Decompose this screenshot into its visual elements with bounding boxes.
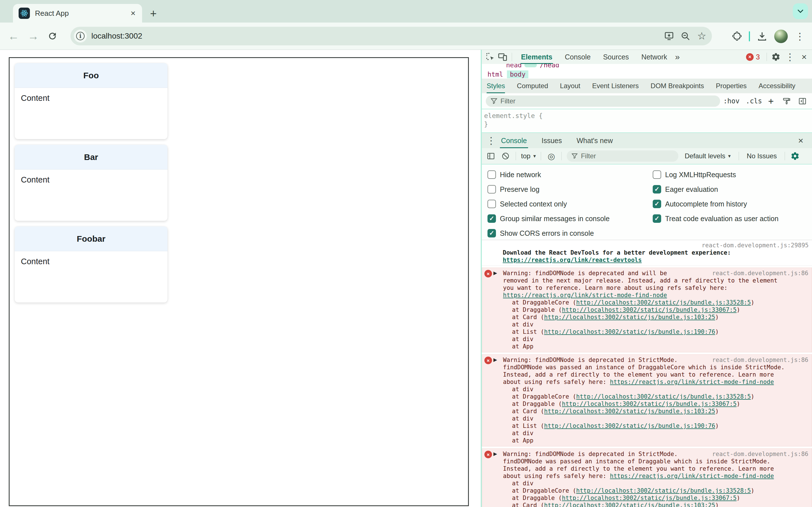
console-warning-message[interactable]: ×▶react-dom.development.js:86Warning: fi…: [482, 448, 812, 507]
address-bar[interactable]: i localhost:3002 ☆: [70, 27, 712, 45]
browser-tab[interactable]: React App ×: [13, 4, 142, 22]
subtab-accessibility[interactable]: Accessibility: [758, 78, 795, 93]
console-setting[interactable]: Preserve log: [488, 182, 539, 196]
rendering-emulation-button[interactable]: [780, 95, 793, 107]
bookmark-star-button[interactable]: ☆: [696, 30, 708, 42]
checkbox-checked-icon[interactable]: ✓: [488, 229, 496, 237]
console-setting[interactable]: Selected context only: [488, 196, 567, 211]
reload-button[interactable]: [45, 29, 60, 43]
drawer-tab-what-s-new[interactable]: What's new: [575, 133, 614, 148]
toggle-class[interactable]: .cls: [746, 97, 762, 105]
console-setting[interactable]: ✓Group similar messages in console: [488, 211, 610, 226]
tab-network[interactable]: Network: [641, 50, 668, 64]
card-header[interactable]: Foobar: [15, 226, 167, 251]
checkbox-unchecked-icon[interactable]: [488, 170, 496, 179]
extensions-button[interactable]: [730, 30, 743, 43]
more-tabs-button[interactable]: »: [675, 52, 680, 62]
new-style-rule-button[interactable]: +: [768, 96, 774, 107]
subtab-properties[interactable]: Properties: [716, 78, 747, 93]
expand-triangle-icon[interactable]: ▶: [493, 356, 497, 363]
card-header[interactable]: Bar: [15, 145, 167, 170]
console-link[interactable]: http://localhost:3002/static/js/bundle.j…: [576, 299, 751, 306]
checkbox-checked-icon[interactable]: ✓: [653, 185, 661, 193]
tab-sources[interactable]: Sources: [603, 50, 629, 64]
card[interactable]: BarContent: [15, 145, 167, 221]
console-link[interactable]: http://localhost:3002/static/js/bundle.j…: [562, 306, 737, 313]
tab-elements[interactable]: Elements: [520, 50, 553, 64]
log-levels-selector[interactable]: Default levels▾: [684, 152, 730, 160]
forward-button[interactable]: →: [26, 29, 41, 43]
console-setting[interactable]: ✓Autocomplete from history: [653, 196, 747, 211]
devtools-close-button[interactable]: ×: [798, 51, 810, 63]
console-link[interactable]: http://localhost:3002/static/js/bundle.j…: [576, 393, 751, 400]
checkbox-unchecked-icon[interactable]: [653, 170, 661, 179]
console-filter-field[interactable]: [567, 151, 678, 162]
subtab-event-listeners[interactable]: Event Listeners: [592, 78, 639, 93]
checkbox-checked-icon[interactable]: ✓: [653, 214, 661, 223]
console-link[interactable]: http://localhost:3002/static/js/bundle.j…: [544, 422, 715, 429]
clear-console-button[interactable]: [499, 150, 512, 162]
console-setting[interactable]: ✓Show CORS errors in console: [488, 226, 594, 240]
subtab-computed[interactable]: Computed: [517, 78, 548, 93]
drawer-menu-button[interactable]: ⋮: [486, 135, 496, 146]
show-computed-sidebar-button[interactable]: [796, 95, 809, 107]
device-toolbar-button[interactable]: [497, 51, 509, 63]
devtools-settings-button[interactable]: [770, 51, 782, 63]
subtab-styles[interactable]: Styles: [487, 78, 505, 93]
source-location-link[interactable]: react-dom.development.js:86: [712, 356, 808, 363]
checkbox-unchecked-icon[interactable]: [488, 185, 496, 193]
tab-console[interactable]: Console: [564, 50, 591, 64]
drawer-tab-console[interactable]: Console: [500, 133, 528, 148]
subtab-layout[interactable]: Layout: [560, 78, 580, 93]
show-console-sidebar-button[interactable]: [485, 150, 497, 162]
console-setting[interactable]: Log XMLHttpRequests: [653, 167, 736, 182]
execution-context-selector[interactable]: top▾: [521, 152, 536, 160]
styles-filter-input[interactable]: [500, 97, 665, 105]
console-filter-input[interactable]: [581, 152, 659, 160]
browser-menu-button[interactable]: ⋮: [794, 30, 806, 43]
console-warning-message[interactable]: ×▶react-dom.development.js:86Warning: fi…: [482, 268, 812, 352]
breadcrumb-body[interactable]: body: [507, 70, 528, 78]
console-link[interactable]: http://localhost:3002/static/js/bundle.j…: [544, 502, 715, 507]
console-setting[interactable]: Hide network: [488, 167, 541, 182]
back-button[interactable]: ←: [6, 29, 21, 43]
source-location-link[interactable]: react-dom.development.js:29895: [702, 242, 809, 249]
checkbox-checked-icon[interactable]: ✓: [653, 200, 661, 208]
devtools-menu-button[interactable]: ⋮: [784, 51, 796, 63]
console-warning-message[interactable]: ×▶react-dom.development.js:86Warning: fi…: [482, 354, 812, 446]
card-header[interactable]: Foo: [15, 63, 167, 88]
site-info-button[interactable]: i: [74, 30, 87, 43]
element-style-rule[interactable]: element.style {: [484, 112, 812, 120]
console-link[interactable]: https://reactjs.org/link/strict-mode-fin…: [610, 473, 774, 480]
drawer-close-button[interactable]: ×: [795, 134, 807, 147]
console-link[interactable]: http://localhost:3002/static/js/bundle.j…: [576, 487, 751, 494]
install-app-button[interactable]: [663, 30, 675, 42]
toggle-hover-state[interactable]: :hov: [723, 97, 740, 105]
inspect-element-button[interactable]: [484, 51, 497, 63]
error-count-badge[interactable]: × 3: [746, 53, 760, 61]
tab-close-icon[interactable]: ×: [128, 8, 139, 19]
card[interactable]: FooContent: [15, 63, 167, 139]
styles-pane[interactable]: element.style { }: [482, 109, 812, 132]
console-setting[interactable]: ✓Treat code evaluation as user action: [653, 211, 778, 226]
expand-children-chip[interactable]: [524, 64, 537, 67]
source-location-link[interactable]: react-dom.development.js:86: [712, 270, 808, 277]
dom-tree-clipped-row[interactable]: head /head: [482, 64, 812, 70]
console-info-message[interactable]: react-dom.development.js:29895Download t…: [482, 240, 812, 266]
console-link[interactable]: http://localhost:3002/static/js/bundle.j…: [562, 495, 737, 501]
console-link[interactable]: http://localhost:3002/static/js/bundle.j…: [562, 400, 737, 407]
source-location-link[interactable]: react-dom.development.js:86: [712, 450, 808, 458]
console-setting[interactable]: ✓Eager evaluation: [653, 182, 718, 196]
profile-avatar[interactable]: [774, 30, 788, 43]
console-link[interactable]: https://reactjs.org/link/react-devtools: [503, 257, 642, 263]
zoom-out-button[interactable]: [679, 30, 692, 42]
console-link[interactable]: https://reactjs.org/link/strict-mode-fin…: [610, 379, 774, 385]
create-live-expression-button[interactable]: ◎: [545, 150, 557, 162]
tab-search-chevron-button[interactable]: [793, 3, 808, 19]
new-tab-button[interactable]: +: [147, 7, 160, 20]
styles-filter-field[interactable]: [486, 96, 720, 107]
checkbox-checked-icon[interactable]: ✓: [488, 214, 496, 223]
console-link[interactable]: http://localhost:3002/static/js/bundle.j…: [544, 408, 715, 414]
console-settings-button[interactable]: [789, 150, 801, 162]
drawer-tab-issues[interactable]: Issues: [541, 133, 563, 148]
